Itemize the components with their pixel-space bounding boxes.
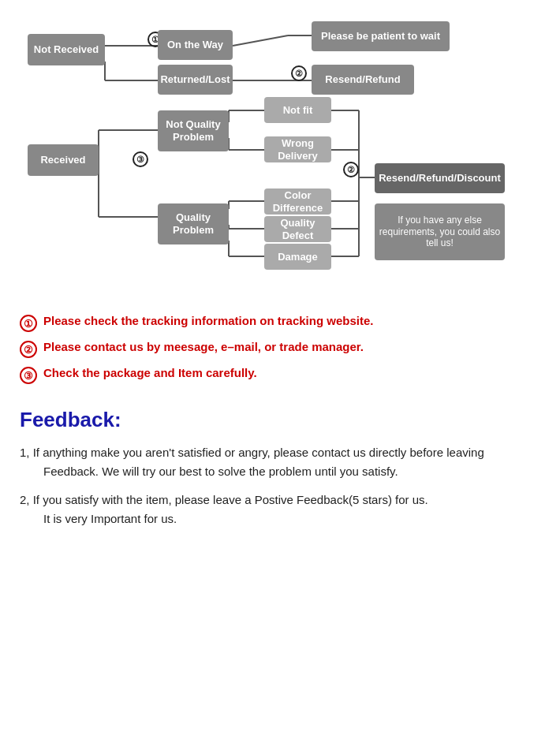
flowchart-container: ① ② ③ ② Not Received On the Way Returned… [20, 8, 540, 300]
circle-2-top: ② [291, 65, 307, 81]
box-on-the-way: On the Way [158, 30, 233, 60]
box-not-received: Not Received [28, 34, 105, 65]
circle-2-mid: ② [343, 162, 359, 177]
box-not-fit: Not fit [264, 97, 331, 123]
instruction-3-number: ③ [20, 367, 37, 384]
feedback-item-1-indent: Feedback. We will try our best to solve … [43, 462, 540, 481]
box-quality-defect: Quality Defect [264, 216, 331, 242]
box-if-you-have: If you have any else requirements, you c… [375, 203, 505, 260]
circle-3: ③ [133, 151, 148, 167]
instruction-2-number: ② [20, 341, 37, 358]
feedback-item-2-main: 2, If you satisfy with the item, please … [20, 493, 428, 506]
feedback-section: Feedback: 1, If anything make you aren't… [12, 408, 548, 528]
box-wrong-delivery: Wrong Delivery [264, 136, 331, 162]
page-wrapper: ① ② ③ ② Not Received On the Way Returned… [0, 0, 560, 554]
box-resend-refund-discount: Resend/Refund/Discount [375, 163, 505, 193]
feedback-item-1: 1, If anything make you aren't satisfied… [20, 443, 540, 481]
instruction-1-number: ① [20, 315, 37, 332]
box-color-difference: Color Difference [264, 188, 331, 215]
box-damage: Damage [264, 244, 331, 270]
box-not-quality-problem: Not Quality Problem [158, 110, 229, 151]
instructions-section: ① Please check the tracking information … [20, 314, 548, 384]
instruction-3-text: Check the package and Item carefully. [43, 366, 257, 379]
svg-line-3 [233, 35, 288, 46]
instruction-3: ③ Check the package and Item carefully. [20, 366, 548, 384]
box-resend-refund-top: Resend/Refund [312, 65, 414, 95]
instruction-2: ② Please contact us by meesage, e–mail, … [20, 340, 548, 358]
box-please-wait: Please be patient to wait [312, 21, 450, 51]
box-quality-problem: Quality Problem [158, 203, 229, 244]
box-received: Received [28, 144, 99, 176]
instruction-1-text: Please check the tracking information on… [43, 314, 373, 327]
feedback-title: Feedback: [20, 408, 540, 432]
instruction-1: ① Please check the tracking information … [20, 314, 548, 332]
instruction-2-text: Please contact us by meesage, e–mail, or… [43, 340, 364, 353]
feedback-item-2: 2, If you satisfy with the item, please … [20, 491, 540, 528]
box-returned-lost: Returned/Lost [158, 65, 233, 95]
feedback-item-2-indent: It is very Important for us. [43, 509, 540, 528]
feedback-item-1-main: 1, If anything make you aren't satisfied… [20, 446, 484, 459]
flowchart-section: ① ② ③ ② Not Received On the Way Returned… [12, 8, 548, 300]
